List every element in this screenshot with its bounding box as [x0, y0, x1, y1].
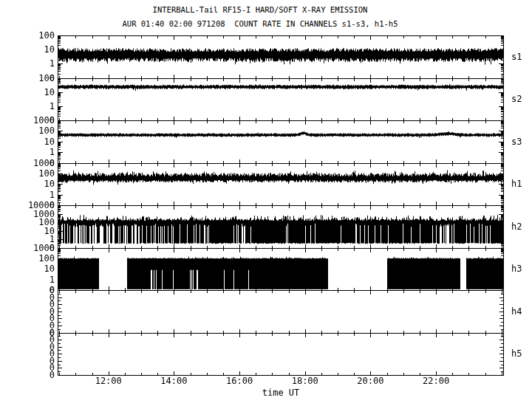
panel-label: h2: [511, 222, 522, 231]
x-tick-label: 12:00: [86, 376, 131, 386]
y-tick-label: 1: [21, 148, 55, 156]
y-tick-label: 10: [21, 88, 55, 97]
y-tick-label: 10: [21, 45, 55, 54]
y-tick-label: 10: [21, 264, 55, 273]
panel-label: h3: [511, 264, 522, 273]
x-axis-title: time UT: [262, 388, 300, 398]
panel-label: s1: [511, 52, 522, 61]
y-tick-label: 100: [21, 126, 55, 135]
y-tick-label: 1000: [21, 159, 55, 168]
x-tick-label: 16:00: [217, 376, 262, 386]
x-tick-label: 18:00: [283, 376, 327, 386]
y-tick-label: 0: [21, 371, 55, 379]
x-tick-label: 22:00: [414, 376, 458, 386]
panel-label: h5: [511, 349, 522, 358]
panel-label: h1: [511, 179, 522, 188]
xray-emission-plot-page: INTERBALL-Tail RF15-I HARD/SOFT X-RAY EM…: [0, 0, 532, 406]
y-tick-label: 1: [21, 59, 55, 68]
x-tick-label: 20:00: [348, 376, 392, 386]
y-tick-label: 1000: [21, 244, 55, 252]
y-tick-label: 100: [21, 254, 55, 263]
y-tick-label: 1: [21, 102, 55, 111]
y-tick-label: 100: [21, 31, 55, 40]
panel-label: h4: [511, 307, 522, 316]
y-tick-label: 10: [21, 179, 55, 188]
plot-canvas: [0, 0, 532, 406]
y-tick-label: 1: [21, 190, 55, 199]
y-tick-label: 10: [21, 137, 55, 146]
panel-label: s2: [511, 94, 522, 103]
y-tick-label: 1000: [21, 116, 55, 125]
x-tick-label: 14:00: [151, 376, 196, 386]
y-tick-label: 1: [21, 275, 55, 284]
y-tick-label: 100: [21, 74, 55, 83]
panel-label: s3: [511, 137, 522, 146]
y-tick-label: 100: [21, 169, 55, 178]
